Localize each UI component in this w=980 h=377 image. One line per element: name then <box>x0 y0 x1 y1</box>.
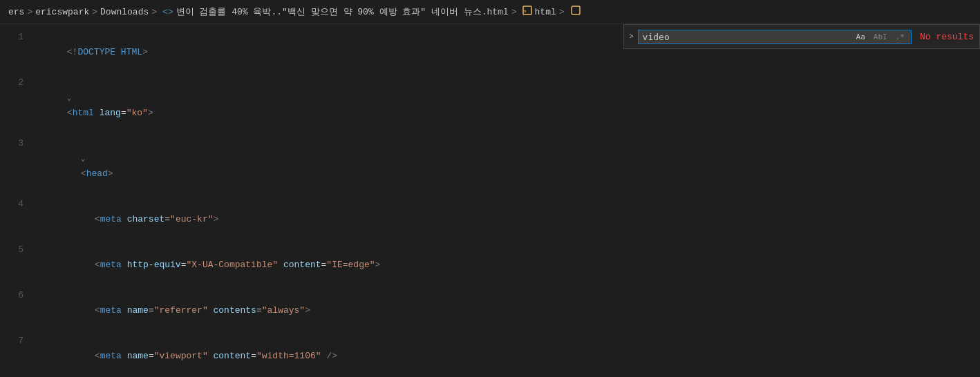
gt-2: > <box>148 108 153 118</box>
line-number-3: 3 <box>0 136 35 151</box>
attr-contents-6-val: "always" <box>262 305 305 316</box>
sp-4 <box>122 214 127 224</box>
angle-open-1: <! <box>67 47 78 57</box>
gt-6: > <box>305 305 310 316</box>
attr-charset: charset <box>127 214 165 224</box>
attr-content-7-val: "width=1106" <box>256 351 321 361</box>
line-3: 3 ⌄ <head> <box>0 136 980 197</box>
breadcrumb-sep-5: > <box>559 7 565 17</box>
attr-contents-6: contents <box>214 305 256 316</box>
line-number-6: 6 <box>0 288 35 303</box>
tag-html: html <box>73 108 94 118</box>
search-input-wrapper: Aa AbI .* <box>638 30 912 44</box>
attr-name-6: name <box>127 305 149 316</box>
eq-6b: = <box>256 305 262 316</box>
sp-6 <box>122 305 127 316</box>
line-number-4: 4 <box>0 197 35 212</box>
attr-lang-val: "ko" <box>126 108 148 118</box>
self-close-7: /> <box>326 351 337 361</box>
line-content-6: <meta name="referrer" contents="always"> <box>35 288 980 334</box>
breadcrumb-item-users[interactable]: ers <box>8 7 24 17</box>
match-whole-word-button[interactable]: AbI <box>871 32 889 42</box>
tag-meta-6: meta <box>100 305 122 316</box>
gt-3: > <box>108 168 113 179</box>
line-4: 4 <meta charset="euc-kr"> <box>0 197 980 242</box>
breadcrumb-item-html[interactable]: html <box>535 7 556 17</box>
tag-meta-4: meta <box>100 214 122 224</box>
breadcrumb-sep-3: > <box>151 7 157 17</box>
breadcrumb-item-downloads[interactable]: Downloads <box>100 7 149 17</box>
angle-close-1: > <box>142 47 148 57</box>
lt-3: < <box>81 168 86 179</box>
breadcrumb-sep-1: > <box>27 7 32 17</box>
collapse-arrow-3[interactable]: ⌄ <box>81 151 86 166</box>
search-input[interactable] <box>643 32 850 42</box>
element-icon <box>570 5 581 19</box>
attr-name-7-val: "viewport" <box>154 351 208 361</box>
line-content-2: ⌄ <html lang="ko"> <box>35 75 980 136</box>
line-2: 2 ⌄ <html lang="ko"> <box>0 75 980 136</box>
breadcrumb: ers > ericswpark > Downloads > <> 변이 검출률… <box>0 0 980 24</box>
attr-name-6-val: "referrer" <box>154 305 208 316</box>
line-content-4: <meta charset="euc-kr"> <box>35 197 980 242</box>
eq-2: = <box>121 108 126 118</box>
lt-2: < <box>67 108 73 118</box>
line-5: 5 <meta http-equiv="X-UA-Compatible" con… <box>0 242 980 288</box>
attr-name-7: name <box>127 351 149 361</box>
breadcrumb-sep-2: > <box>92 7 97 17</box>
space-2 <box>94 108 100 118</box>
attr-charset-val: "euc-kr" <box>170 214 213 224</box>
lt-6: < <box>95 305 100 316</box>
line-content-7: <meta name="viewport" content="width=110… <box>35 334 980 377</box>
attr-content-5-val: "IE=edge" <box>326 260 375 270</box>
attr-content-7: content <box>214 351 252 361</box>
breadcrumb-item-ericswpark[interactable]: ericswpark <box>35 7 89 17</box>
tag-meta-7: meta <box>100 351 122 361</box>
gt-4: > <box>214 214 219 224</box>
lt-4: < <box>95 214 100 224</box>
attr-content-5: content <box>283 260 321 270</box>
breadcrumb-item-file[interactable]: 변이 검출률 40% 육박.."백신 맞으면 약 90% 예방 효과" 네이버 … <box>176 6 509 18</box>
doctype-space <box>115 47 121 57</box>
tag-meta-5: meta <box>100 260 122 270</box>
doctype-keyword: DOCTYPE <box>77 47 115 57</box>
match-case-button[interactable]: Aa <box>854 32 867 42</box>
line-number-5: 5 <box>0 242 35 258</box>
no-results-label: No results <box>920 32 974 42</box>
lt-5: < <box>95 260 100 270</box>
search-expand-icon[interactable]: > <box>630 33 634 41</box>
eq-4: = <box>164 214 170 224</box>
attr-http-equiv-val: "X-UA-Compatible" <box>186 260 278 270</box>
gt-5: > <box>375 260 381 270</box>
file-code-icon: <> <box>162 7 173 17</box>
attr-lang: lang <box>100 108 121 118</box>
collapse-arrow-2[interactable]: ⌄ <box>67 90 72 106</box>
search-panel: > Aa AbI .* No results <box>623 24 980 49</box>
sp-5 <box>122 260 127 270</box>
sp-5b <box>278 260 283 270</box>
sp-7 <box>122 351 127 361</box>
line-number-1: 1 <box>0 30 35 45</box>
sp-7b <box>208 351 214 361</box>
tag-head: head <box>86 168 108 179</box>
eq-7b: = <box>251 351 256 361</box>
use-regex-button[interactable]: .* <box>894 32 907 42</box>
eq-6: = <box>149 305 154 316</box>
eq-7: = <box>149 351 154 361</box>
line-number-7: 7 <box>0 334 35 349</box>
line-content-5: <meta http-equiv="X-UA-Compatible" conte… <box>35 242 980 288</box>
line-content-3: ⌄ <head> <box>35 136 980 197</box>
html-icon: h <box>522 6 532 18</box>
svg-text:h: h <box>524 8 527 14</box>
line-number-2: 2 <box>0 75 35 90</box>
line-7: 7 <meta name="viewport" content="width=1… <box>0 334 980 377</box>
lt-7: < <box>95 351 100 361</box>
line-6: 6 <meta name="referrer" contents="always… <box>0 288 980 334</box>
attr-http-equiv: http-equiv <box>127 260 181 270</box>
editor: 1 <!DOCTYPE HTML> 2 ⌄ <html lang="ko"> 3… <box>0 24 980 377</box>
doctype-html: HTML <box>121 47 142 57</box>
breadcrumb-sep-4: > <box>511 7 517 17</box>
svg-rect-2 <box>572 6 580 14</box>
sp-6b <box>208 305 214 316</box>
